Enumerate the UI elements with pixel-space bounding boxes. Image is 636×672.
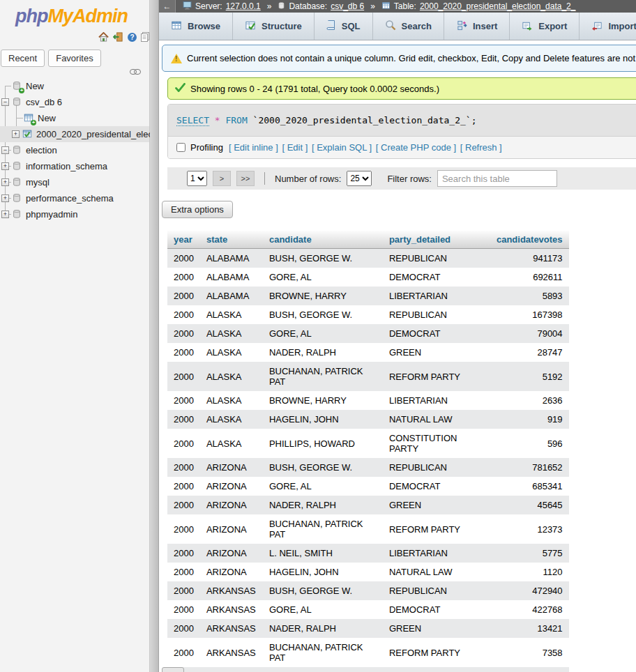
panel-divider[interactable] — [150, 0, 159, 672]
refresh-link[interactable]: [ Refresh ] — [460, 142, 502, 153]
phpmyadmin-logo[interactable]: phpMyAdmin — [15, 6, 149, 27]
collapse-expander[interactable]: − — [1, 98, 9, 106]
expand-expander[interactable]: + — [1, 162, 9, 170]
profiling-checkbox[interactable] — [176, 143, 186, 152]
database-icon — [12, 177, 22, 188]
expand-expander[interactable]: + — [1, 178, 9, 186]
cell-year: 2000 — [167, 410, 200, 429]
cell-candidatevotes: 919 — [490, 410, 569, 429]
page-select[interactable]: 1 — [187, 171, 207, 186]
table-row: 2000 ALASKA BROWNE, HARRY LIBERTARIAN 26… — [167, 391, 569, 410]
browse-icon — [171, 20, 182, 33]
tree-item-phpmyadmin[interactable]: + phpmyadmin — [0, 206, 149, 222]
cell-year: 2000 — [167, 249, 200, 268]
home-icon[interactable] — [98, 31, 109, 43]
database-label: Database: — [289, 1, 327, 11]
tab-sql[interactable]: SQL — [315, 13, 373, 40]
breadcrumb-bar: ← Server: 127.0.0.1 » Database: csv_db 6… — [159, 0, 636, 13]
tree-item-performance-schema[interactable]: + performance_schema — [0, 190, 149, 206]
create-php-code-link[interactable]: [ Create PHP code ] — [376, 142, 456, 153]
cell-state: ARIZONA — [200, 458, 263, 477]
tree-item-information-schema[interactable]: + information_schema — [0, 158, 149, 174]
cell-state: ALASKA — [200, 410, 263, 429]
pager-divider — [264, 172, 265, 185]
help-icon[interactable]: ? — [128, 31, 137, 43]
tree-item-label: New — [38, 113, 56, 123]
tab-export[interactable]: Export — [510, 13, 580, 40]
cell-candidate: NADER, RALPH — [263, 619, 383, 638]
tab-insert[interactable]: Insert — [444, 13, 510, 40]
explain-sql-link[interactable]: [ Explain SQL ] — [312, 142, 372, 153]
filter-input[interactable] — [437, 170, 557, 187]
cell-candidate: GORE, AL — [263, 477, 383, 496]
expand-expander[interactable]: + — [1, 211, 9, 218]
cell-candidate: BUCHANAN, PATRICK PAT — [263, 638, 383, 667]
cell-candidatevotes: 167398 — [490, 305, 569, 324]
table-link[interactable]: 2000_2020_presidental_election_data_2_ — [420, 1, 576, 11]
tree-item-new-database[interactable]: + New — [0, 78, 149, 94]
results-body: 2000 ALABAMA BUSH, GEORGE W. REPUBLICAN … — [167, 249, 569, 672]
cell-year: 2000 — [167, 362, 200, 391]
table-row: 2000 ALASKA GORE, AL DEMOCRAT 79004 — [167, 324, 569, 343]
edit-inline-link[interactable]: [ Edit inline ] — [229, 142, 278, 153]
edit-link[interactable]: [ Edit ] — [282, 142, 308, 153]
docs-icon[interactable] — [141, 31, 150, 43]
tab-label: SQL — [342, 21, 361, 31]
cell-candidate: BUSH, GEORGE W. — [263, 458, 383, 477]
tree-item-election-table[interactable]: + 2000_2020_presidental_elect — [0, 126, 149, 142]
structure-icon — [245, 20, 256, 33]
sql-keyword-select[interactable]: SELECT — [176, 115, 209, 126]
database-link[interactable]: csv_db 6 — [331, 1, 364, 11]
breadcrumb-separator: » — [370, 1, 375, 11]
cell-year: 2000 — [167, 581, 200, 600]
last-page-button[interactable]: >> — [236, 171, 255, 186]
server-link[interactable]: 127.0.0.1 — [226, 1, 261, 11]
expand-expander[interactable]: + — [1, 194, 9, 202]
tree-item-mysql[interactable]: + mysql — [0, 174, 149, 190]
tree-item-csv-db-6[interactable]: − csv_db 6 — [0, 94, 149, 110]
collapse-expander[interactable]: − — [1, 146, 9, 154]
tree-item-election[interactable]: − election — [0, 142, 149, 158]
results-table: year state candidate party_detailed cand… — [167, 231, 569, 672]
table-row: 2000 ARIZONA GORE, AL DEMOCRAT 685341 — [167, 477, 569, 496]
sql-star: * — [215, 115, 220, 125]
tree-item-new-table[interactable]: + New — [0, 110, 149, 126]
expand-expander[interactable]: + — [12, 130, 20, 138]
profiling-label: Profiling — [190, 142, 223, 153]
cell-candidate: NADER, RALPH — [263, 343, 383, 362]
cell-candidatevotes: 13421 — [490, 619, 569, 638]
table-tabs: Browse Structure SQL Search Insert Expor… — [159, 13, 636, 40]
column-header-candidate[interactable]: candidate — [263, 231, 383, 249]
cell-year: 2000 — [167, 287, 200, 305]
cell-state: ARKANSAS — [200, 638, 263, 667]
back-arrow[interactable]: ← — [159, 0, 176, 13]
cell-year: 2000 — [167, 638, 200, 667]
clipped-button-fragment[interactable] — [162, 667, 184, 672]
cell-candidate: PHILLIPS, HOWARD — [263, 429, 383, 458]
next-page-button[interactable]: > — [213, 171, 231, 186]
database-tree: + New − csv_db 6 + New + 2000_2020_presi… — [0, 78, 149, 222]
column-header-candidatevotes[interactable]: candidatevotes — [490, 231, 569, 249]
filter-label: Filter rows: — [387, 174, 432, 184]
recent-tab[interactable]: Recent — [1, 49, 45, 67]
logout-icon[interactable] — [113, 31, 123, 43]
database-icon — [12, 209, 22, 220]
tab-structure[interactable]: Structure — [233, 13, 315, 40]
column-header-year[interactable]: year — [167, 231, 200, 249]
tab-search[interactable]: Search — [373, 13, 444, 40]
link-panel-icon[interactable] — [130, 67, 141, 77]
logo-myadmin: MyAdmin — [47, 6, 128, 26]
cell-state: ALABAMA — [200, 268, 263, 287]
column-header-state[interactable]: state — [200, 231, 263, 249]
extra-options-button[interactable]: Extra options — [162, 201, 233, 218]
tab-import[interactable]: Import — [580, 13, 636, 40]
rows-count-select[interactable]: 25 — [347, 171, 372, 186]
tab-browse[interactable]: Browse — [159, 13, 233, 40]
tree-item-label: 2000_2020_presidental_elect — [36, 129, 156, 139]
cell-party-detailed: GREEN — [383, 343, 490, 362]
cell-state: ALASKA — [200, 343, 263, 362]
column-header-party-detailed[interactable]: party_detailed — [383, 231, 490, 249]
cell-candidate: L. NEIL, SMITH — [263, 544, 383, 563]
table-row: 2000 ARKANSAS BROWNE, HARRY LIBERTARIAN … — [167, 667, 569, 672]
favorites-tab[interactable]: Favorites — [48, 49, 100, 67]
